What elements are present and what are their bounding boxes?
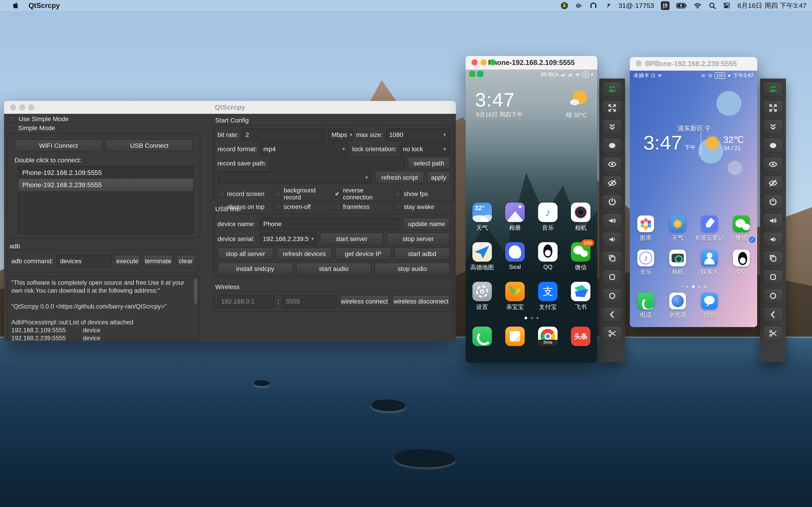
app-qinbaobao[interactable]: 亲宝宝 <box>498 282 531 311</box>
start-audio-button[interactable]: start audio <box>296 263 371 275</box>
record-save-path-input[interactable] <box>270 157 405 170</box>
app-wechat[interactable]: 189微信 <box>564 242 597 271</box>
apply-button[interactable]: apply <box>427 171 450 184</box>
start-server-button[interactable]: start server <box>320 233 383 245</box>
home-circle-icon[interactable] <box>602 288 622 303</box>
record-screen-checkbox[interactable]: record screen <box>217 187 274 201</box>
group-control-icon[interactable] <box>763 82 783 97</box>
device-name-input[interactable]: Phone <box>260 218 400 230</box>
background-record-checkbox[interactable]: background record <box>274 187 334 201</box>
fullscreen-icon[interactable] <box>763 101 783 115</box>
window-title-bar[interactable]: QtScrcpy <box>4 101 456 114</box>
wifi-icon[interactable] <box>694 2 702 9</box>
control-center-icon[interactable] <box>723 2 731 9</box>
minimize-button[interactable] <box>645 60 651 66</box>
wifi-connect-button[interactable]: WIFI Connect <box>14 139 102 152</box>
terminate-button[interactable]: terminate <box>143 255 173 268</box>
collapse-panel-icon[interactable] <box>763 119 783 134</box>
home-square-icon[interactable] <box>763 270 783 284</box>
power-icon[interactable] <box>602 194 622 209</box>
wireless-connect-button[interactable]: wireless connect <box>340 295 389 308</box>
dock-phone[interactable]: 电话 <box>630 293 662 319</box>
app-qq[interactable]: QQ <box>725 250 757 276</box>
dock-chrome[interactable]: Beta <box>531 327 564 346</box>
device-list[interactable]: Phone-192.168.2.109:5555 Phone-192.168.2… <box>18 166 194 234</box>
app-music[interactable]: ♪音乐 <box>531 203 564 232</box>
show-fps-checkbox[interactable]: show fps <box>394 187 450 201</box>
headset-status-icon[interactable] <box>590 2 597 9</box>
zoom-button[interactable] <box>654 60 660 66</box>
app-gallery[interactable]: 图库 <box>630 216 662 242</box>
app-gallery[interactable]: 相册 <box>498 203 531 232</box>
audio-levels-icon[interactable] <box>575 2 583 9</box>
app-seal[interactable]: Seal <box>498 242 531 271</box>
log-scrollbar[interactable] <box>194 278 197 304</box>
app-feishu[interactable]: 飞书 <box>564 282 597 311</box>
execute-button[interactable]: execute <box>115 255 140 268</box>
script-select[interactable]: ▼ <box>217 171 372 184</box>
phone1-screen[interactable]: 89.9K/s 5 3:47 6月16日 周四下午 晴 32°C 32°天气 相… <box>466 69 597 362</box>
app-qq[interactable]: QQ <box>531 242 564 271</box>
stop-audio-button[interactable]: stop audio <box>374 263 450 275</box>
app-alipay[interactable]: 支支付宝 <box>531 282 564 311</box>
refresh-script-button[interactable]: refresh script <box>375 171 424 184</box>
install-sndcpy-button[interactable]: install sndcpy <box>217 263 293 275</box>
touch-dot-icon[interactable] <box>602 138 622 153</box>
update-name-button[interactable]: update name <box>403 218 450 230</box>
screen-off-checkbox[interactable]: screen-off <box>274 203 334 211</box>
zoom-button[interactable] <box>490 59 496 65</box>
wireless-port-input[interactable]: 5555 <box>282 295 337 308</box>
screen-on-eye-icon[interactable] <box>602 157 622 172</box>
collapse-panel-icon[interactable] <box>602 119 622 134</box>
volume-down-icon[interactable] <box>602 232 622 247</box>
bit-rate-unit-select[interactable]: Mbps▼ <box>328 128 353 141</box>
active-app-menu[interactable]: QtScrcpy <box>29 2 60 10</box>
app-contacts[interactable]: 联系人 <box>694 250 725 276</box>
power-icon[interactable] <box>763 194 783 209</box>
sync-check-icon[interactable] <box>604 2 612 9</box>
start-adbd-button[interactable]: start adbd <box>394 247 450 260</box>
stay-awake-checkbox[interactable]: stay awake <box>394 203 450 211</box>
volume-up-icon[interactable] <box>602 213 622 228</box>
use-simple-mode-checkbox[interactable]: Use Simple Mode <box>9 115 69 123</box>
screen-on-eye-icon[interactable] <box>763 157 783 172</box>
adb-command-input[interactable]: devices <box>56 255 111 268</box>
app-settings[interactable]: 设置 <box>466 282 498 311</box>
screen-off-eye-icon[interactable] <box>602 176 622 190</box>
phone1-title-bar[interactable]: Phone-192.168.2.109:5555 <box>466 56 597 70</box>
touch-dot-icon[interactable] <box>763 138 783 153</box>
select-path-button[interactable]: select path <box>408 157 450 170</box>
stop-server-button[interactable]: stop server <box>387 233 450 245</box>
record-format-select[interactable]: mp4▼ <box>260 143 349 156</box>
app-camera[interactable]: 相机 <box>662 250 694 276</box>
stop-all-server-button[interactable]: stop all server <box>217 247 273 260</box>
app-youdao-note[interactable]: 有道云笔记 <box>694 216 725 242</box>
zoom-button[interactable] <box>28 104 34 110</box>
battery-icon[interactable] <box>676 2 687 9</box>
phone2-title-bar[interactable]: Phone-192.168.2.239:5555 <box>630 57 757 71</box>
wireless-ip-input[interactable]: 192.168.0.1 <box>217 295 274 308</box>
screen-off-eye-icon[interactable] <box>763 176 783 190</box>
lock-orientation-select[interactable]: no lock▼ <box>400 143 450 156</box>
spotlight-search-icon[interactable] <box>708 2 716 9</box>
floating-ball[interactable] <box>728 161 742 175</box>
app-amap[interactable]: 高德地图 <box>466 242 498 271</box>
device-serial-select[interactable]: 192.168.2.239:5▼ <box>260 233 317 245</box>
app-weather[interactable]: 32°天气 <box>466 203 498 232</box>
screenshot-scissors-icon[interactable] <box>602 326 622 341</box>
app-music[interactable]: ♪音乐 <box>630 250 662 276</box>
minimize-button[interactable] <box>480 59 487 65</box>
app-camera[interactable]: 相机 <box>564 203 597 232</box>
dock-messages[interactable]: 信息 <box>694 293 725 319</box>
dock-toutiao[interactable]: 头条 <box>564 327 597 346</box>
menu-bar-clock[interactable]: 6月16日 周四 下午3:47 <box>738 1 807 10</box>
max-size-select[interactable]: 1080▼ <box>386 128 450 141</box>
input-method-icon[interactable]: 拼 <box>661 1 669 10</box>
clear-button[interactable]: clear <box>176 255 195 268</box>
frameless-checkbox[interactable]: frameless <box>334 203 394 211</box>
phone2-screen[interactable]: 未插卡 100 下午3:47 浦东新区 ⚲ 3:47 下午 <box>630 71 757 327</box>
reverse-connection-checkbox[interactable]: reverse connection <box>334 187 394 201</box>
minimize-button[interactable] <box>19 104 25 110</box>
close-button[interactable] <box>10 104 16 110</box>
dock-browser[interactable]: 浏览器 <box>662 293 694 319</box>
